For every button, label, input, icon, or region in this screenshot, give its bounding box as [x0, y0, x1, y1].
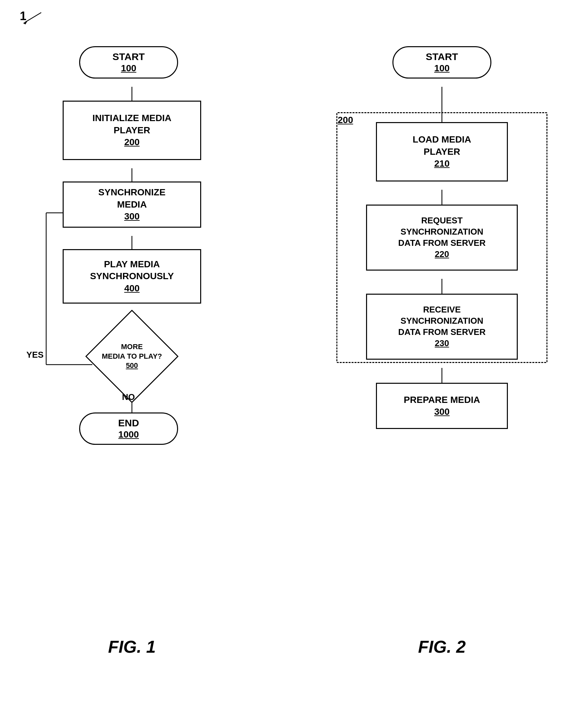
fig1-play-label: PLAY MEDIA SYNCHRONOUSLY: [90, 259, 174, 283]
fig1-start-label: START: [112, 51, 145, 63]
fig2-request-node: REQUEST SYNCHRONIZATION DATA FROM SERVER…: [366, 205, 518, 271]
fig2-start-num: 100: [434, 63, 450, 74]
fig2-receive-num: 230: [435, 338, 449, 349]
fig2-box-label: 200: [338, 115, 353, 125]
fig1-title: FIG. 1: [108, 637, 156, 657]
fig2-title: FIG. 2: [418, 637, 466, 657]
fig1-start-node: START 100: [79, 46, 178, 79]
fig2-request-num: 220: [435, 249, 449, 260]
fig2-load-num: 210: [434, 158, 450, 170]
fig2-receive-label: RECEIVE SYNCHRONIZATION DATA FROM SERVER: [398, 304, 486, 337]
fig1-sync-label: SYNCHRONIZE MEDIA: [98, 186, 166, 210]
fig1-sync-num: 300: [124, 210, 140, 222]
fig1-play-node: PLAY MEDIA SYNCHRONOUSLY 400: [63, 249, 201, 304]
fig1-yes-label: YES: [26, 350, 44, 360]
fig2-start-node: START 100: [393, 46, 491, 79]
fig2-load-label: LOAD MEDIA PLAYER: [413, 133, 471, 158]
fig1-no-label: NO: [122, 392, 135, 402]
fig2-receive-node: RECEIVE SYNCHRONIZATION DATA FROM SERVER…: [366, 294, 518, 360]
fig2-prepare-node: PREPARE MEDIA 300: [376, 383, 508, 429]
fig2-prepare-label: PREPARE MEDIA: [404, 394, 480, 406]
svg-line-0: [25, 13, 41, 22]
fig1-play-num: 400: [124, 283, 140, 294]
fig1-flowchart: START 100 INITIALIZE MEDIA PLAYER 200 SY…: [20, 33, 244, 660]
fig1-init-label: INITIALIZE MEDIA PLAYER: [92, 112, 171, 136]
svg-marker-1: [23, 21, 27, 24]
fig2-request-label: REQUEST SYNCHRONIZATION DATA FROM SERVER: [398, 215, 486, 248]
fig1-end-label: END: [118, 417, 139, 429]
fig2-start-label: START: [426, 51, 458, 63]
fig1-start-num: 100: [121, 63, 136, 74]
fig1-init-node: INITIALIZE MEDIA PLAYER 200: [63, 101, 201, 160]
fig1-init-num: 200: [124, 136, 140, 148]
fig2-load-node: LOAD MEDIA PLAYER 210: [376, 122, 508, 182]
fig1-end-node: END 1000: [79, 412, 178, 445]
fig1-more-diamond-wrap: MOREMEDIA TO PLAY?500: [86, 323, 178, 389]
fig1-end-num: 1000: [119, 429, 139, 440]
fig1-sync-node: SYNCHRONIZE MEDIA 300: [63, 182, 201, 228]
fig2-prepare-num: 300: [434, 406, 450, 418]
fig2-flowchart: 200 START 100 LOAD MEDIA PLAYER 210 REQU…: [323, 33, 561, 660]
